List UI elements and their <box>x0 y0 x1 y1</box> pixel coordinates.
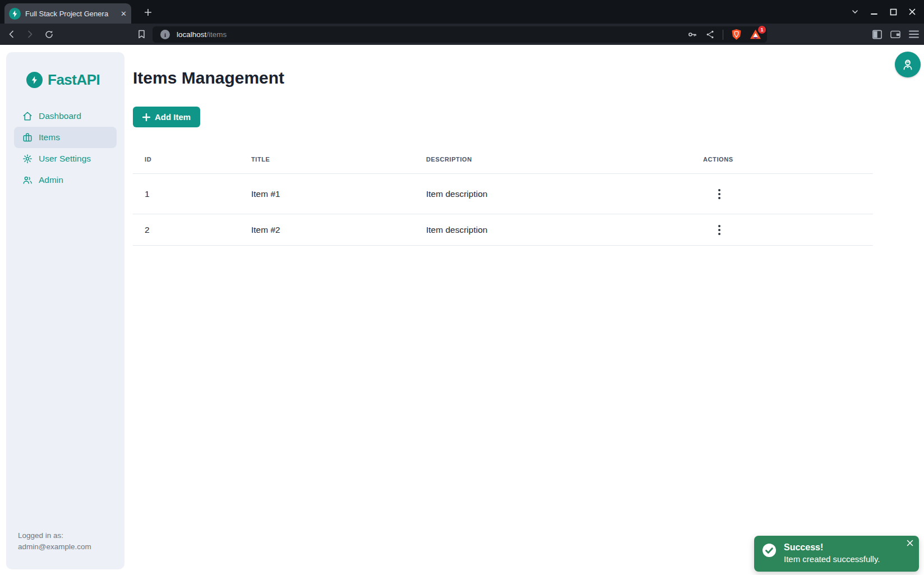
column-header-description: DESCRIPTION <box>414 156 691 163</box>
briefcase-icon <box>22 132 33 142</box>
url-path: /items <box>206 30 227 39</box>
share-icon[interactable] <box>705 30 715 39</box>
toolbar-divider <box>723 30 723 40</box>
sidebar-nav: Dashboard Items User Settings Admin <box>6 105 124 191</box>
fastapi-favicon-icon <box>9 8 21 20</box>
vertical-ellipsis-icon <box>718 189 720 191</box>
sidebar-item-label: Items <box>39 132 60 142</box>
table-row: 2 Item #2 Item description <box>133 214 873 246</box>
cell-description: Item description <box>414 189 691 199</box>
toast-message: Item created successfully. <box>784 553 880 565</box>
toast-close-button[interactable] <box>907 540 913 548</box>
column-header-id: ID <box>133 156 239 163</box>
url-host: localhost <box>177 30 206 39</box>
logged-in-info: Logged in as: admin@example.com <box>18 530 91 553</box>
check-circle-icon <box>762 543 777 558</box>
app-logo-text: FastAPI <box>48 71 100 89</box>
back-button[interactable] <box>3 26 20 43</box>
url-bar[interactable]: i localhost/items 1 <box>153 26 767 43</box>
minimize-button[interactable] <box>865 0 884 24</box>
forward-button[interactable] <box>21 26 38 43</box>
cell-id: 2 <box>133 225 239 235</box>
user-menu-button[interactable] <box>895 52 921 77</box>
users-icon <box>22 175 33 185</box>
sidebar-item-user-settings[interactable]: User Settings <box>14 148 117 169</box>
sidebar-item-admin[interactable]: Admin <box>14 169 117 191</box>
window-controls <box>846 0 924 24</box>
close-icon <box>907 540 913 546</box>
sidebar-item-dashboard[interactable]: Dashboard <box>14 105 117 127</box>
cell-id: 1 <box>133 189 239 199</box>
brave-rewards-icon[interactable]: 1 <box>750 29 761 40</box>
sidebar-toggle-icon[interactable] <box>872 29 883 40</box>
menu-hamburger-icon[interactable] <box>908 30 920 39</box>
close-window-button[interactable] <box>903 0 922 24</box>
brave-shield-icon[interactable] <box>731 29 742 40</box>
browser-window: Full Stack Project Genera ✕ <box>0 0 924 575</box>
tab-close-icon[interactable]: ✕ <box>121 10 127 17</box>
sidebar-item-items[interactable]: Items <box>14 127 117 148</box>
add-item-button-label: Add Item <box>155 112 191 122</box>
toolbar-right-icons <box>872 26 920 43</box>
sidebar: FastAPI Dashboard Items User Settings <box>6 52 124 569</box>
row-actions-menu-button[interactable] <box>712 186 727 202</box>
page-title: Items Management <box>133 68 284 88</box>
column-header-title: TITLE <box>239 156 414 163</box>
site-info-icon[interactable]: i <box>160 30 170 39</box>
table-header-row: ID TITLE DESCRIPTION ACTIONS <box>133 145 873 174</box>
sidebar-item-label: Admin <box>39 175 63 185</box>
logged-in-email: admin@example.com <box>18 541 91 553</box>
app-logo: FastAPI <box>6 52 124 89</box>
password-key-icon[interactable] <box>687 29 697 40</box>
cell-description: Item description <box>414 225 691 235</box>
table-row: 1 Item #1 Item description <box>133 174 873 214</box>
gear-icon <box>22 154 33 164</box>
browser-tab[interactable]: Full Stack Project Genera ✕ <box>4 3 131 24</box>
tab-search-chevron-icon[interactable] <box>846 0 865 24</box>
plus-icon <box>144 8 153 17</box>
add-item-button[interactable]: Add Item <box>133 107 200 127</box>
cell-title: Item #2 <box>239 225 414 235</box>
bookmark-icon[interactable] <box>135 27 148 41</box>
maximize-button[interactable] <box>884 0 903 24</box>
logged-in-label: Logged in as: <box>18 530 91 541</box>
cell-title: Item #1 <box>239 189 414 199</box>
user-avatar-icon <box>901 58 914 71</box>
row-actions-menu-button[interactable] <box>712 222 727 238</box>
tab-title: Full Stack Project Genera <box>25 10 115 18</box>
url-action-icons: 1 <box>687 29 761 40</box>
home-icon <box>22 111 33 121</box>
sidebar-item-label: User Settings <box>39 154 91 164</box>
new-tab-button[interactable] <box>140 4 156 20</box>
browser-toolbar: i localhost/items 1 <box>0 24 924 45</box>
reload-button[interactable] <box>40 26 57 43</box>
sidebar-item-label: Dashboard <box>39 111 81 121</box>
vertical-ellipsis-icon <box>718 225 720 227</box>
rewards-badge: 1 <box>758 26 766 34</box>
page-content: FastAPI Dashboard Items User Settings <box>0 45 924 575</box>
url-text: localhost/items <box>177 30 227 39</box>
success-toast: Success! Item created successfully. <box>754 536 919 572</box>
fastapi-logo-icon <box>26 72 43 88</box>
toast-title: Success! <box>784 542 880 553</box>
browser-tab-bar: Full Stack Project Genera ✕ <box>0 0 924 24</box>
column-header-actions: ACTIONS <box>691 156 873 163</box>
plus-icon <box>142 113 150 121</box>
wallet-icon[interactable] <box>890 29 901 39</box>
items-table: ID TITLE DESCRIPTION ACTIONS 1 Item #1 I… <box>133 145 873 246</box>
